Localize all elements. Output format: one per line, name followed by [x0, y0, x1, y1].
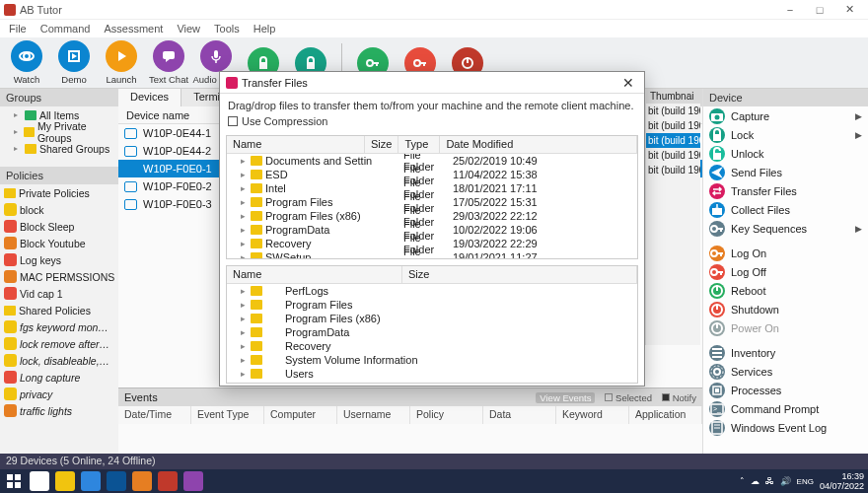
- tray-cloud-icon[interactable]: ☁: [751, 476, 760, 486]
- device-action-services[interactable]: Services: [703, 362, 868, 381]
- thumbnail-row[interactable]: bit (build 190: [646, 163, 700, 177]
- menu-command[interactable]: Command: [35, 23, 97, 35]
- thumbnail-row[interactable]: bit (build 190: [646, 148, 700, 163]
- device-action-send-files[interactable]: Send Files: [703, 163, 868, 181]
- col-type[interactable]: Type: [398, 136, 440, 153]
- menu-help[interactable]: Help: [248, 23, 282, 35]
- file-row[interactable]: ▸Windows: [227, 381, 637, 383]
- device-action-log-on[interactable]: Log On: [703, 244, 868, 262]
- group-item[interactable]: ▸My Private Groups: [0, 123, 118, 140]
- policy-item[interactable]: traffic lights: [0, 402, 118, 419]
- events-col[interactable]: Keyword: [556, 406, 629, 424]
- device-action-lock[interactable]: Lock▶: [703, 125, 868, 144]
- dialog-title-bar[interactable]: Transfer Files ✕: [220, 72, 644, 94]
- taskbar-app-opera[interactable]: [158, 471, 178, 491]
- col-date[interactable]: Date Modified: [440, 136, 637, 153]
- file-row[interactable]: ▸Recovery: [227, 339, 637, 353]
- taskbar-app-firefox[interactable]: [132, 471, 152, 491]
- taskbar-clock[interactable]: 16:39 04/07/2022: [820, 471, 864, 491]
- events-col[interactable]: Application: [629, 406, 702, 424]
- device-action-inventory[interactable]: Inventory: [703, 343, 868, 362]
- use-compression-checkbox[interactable]: Use Compression: [228, 115, 636, 127]
- toolbar-textchat-button[interactable]: Text Chat: [148, 40, 189, 85]
- policy-item[interactable]: Log keys: [0, 251, 118, 268]
- notify-toggle[interactable]: Notify: [662, 392, 696, 403]
- menu-view[interactable]: View: [171, 23, 206, 35]
- device-action-windows-event-log[interactable]: Windows Event Log: [703, 418, 868, 437]
- device-action-transfer-files[interactable]: Transfer Files: [703, 181, 868, 200]
- policy-item[interactable]: fgs keyword mon…: [0, 318, 118, 335]
- taskbar-app-outlook[interactable]: [107, 471, 126, 491]
- tab-devices[interactable]: Devices: [118, 89, 181, 106]
- policy-item[interactable]: MAC PERMSSIONS: [0, 268, 118, 285]
- device-action-shutdown[interactable]: Shutdown: [703, 300, 868, 318]
- tray-volume-icon[interactable]: 🔊: [780, 476, 791, 486]
- device-action-key-sequences[interactable]: Key Sequences▶: [703, 219, 868, 238]
- device-action-log-off[interactable]: Log Off: [703, 262, 868, 281]
- private-policies-header[interactable]: Private Policies: [0, 184, 118, 201]
- file-row[interactable]: ▸ProgramData: [227, 325, 637, 339]
- shared-policies-header[interactable]: Shared Policies: [0, 302, 118, 318]
- device-action-command-prompt[interactable]: >_Command Prompt: [703, 399, 868, 418]
- policy-item[interactable]: block: [0, 201, 118, 218]
- device-action-collect-files[interactable]: Collect Files: [703, 200, 868, 219]
- col-name[interactable]: Name: [227, 266, 402, 283]
- policy-item[interactable]: Block Youtube: [0, 235, 118, 251]
- events-col[interactable]: Data: [483, 406, 556, 424]
- policy-item[interactable]: Long capture: [0, 369, 118, 386]
- device-action-capture[interactable]: Capture▶: [703, 106, 868, 125]
- events-col[interactable]: Policy: [410, 406, 483, 424]
- dialog-close-button[interactable]: ✕: [618, 75, 638, 91]
- menu-assessment[interactable]: Assessment: [98, 23, 169, 35]
- file-row[interactable]: ▸Program Files (x86): [227, 312, 637, 325]
- policy-item[interactable]: privacy: [0, 386, 118, 402]
- svg-point-44: [711, 366, 723, 378]
- thumbnail-row[interactable]: bit (build 190: [646, 118, 700, 133]
- taskbar-app-search[interactable]: [30, 471, 49, 491]
- start-button[interactable]: [4, 471, 24, 491]
- policy-item[interactable]: Vid cap 1: [0, 285, 118, 302]
- events-col[interactable]: Computer: [264, 406, 337, 424]
- taskbar-app-explorer[interactable]: [55, 471, 75, 491]
- svg-point-25: [711, 226, 717, 232]
- toolbar-watch-button[interactable]: Watch: [6, 40, 47, 85]
- chat-icon: [153, 40, 184, 72]
- device-action-processes[interactable]: Processes: [703, 381, 868, 399]
- policy-item[interactable]: lock, disableable,…: [0, 352, 118, 369]
- thumbnail-row[interactable]: bit (build 190: [646, 104, 700, 118]
- file-row[interactable]: ▸SWSetupFile Folder19/01/2021 11:27: [227, 250, 637, 258]
- minimize-button[interactable]: −: [775, 1, 805, 19]
- col-size[interactable]: Size: [402, 266, 637, 283]
- policy-item[interactable]: lock remove after…: [0, 335, 118, 352]
- col-name[interactable]: Name: [227, 136, 365, 153]
- taskbar-app-edge[interactable]: [81, 471, 101, 491]
- toolbar-demo-button[interactable]: Demo: [53, 40, 95, 85]
- tray-chevron-up-icon[interactable]: ˄: [740, 476, 745, 486]
- col-size[interactable]: Size: [365, 136, 398, 153]
- remote-file-list[interactable]: ▸Documents and SettingsFile Folder25/02/…: [227, 154, 637, 258]
- device-action-unlock[interactable]: Unlock: [703, 144, 868, 163]
- taskbar-app-abtutor[interactable]: [183, 471, 203, 491]
- toolbar-launch-button[interactable]: Launch: [101, 40, 142, 85]
- events-col[interactable]: Event Type: [191, 406, 264, 424]
- policy-item[interactable]: Block Sleep: [0, 218, 118, 235]
- events-col[interactable]: Username: [337, 406, 410, 424]
- file-row[interactable]: ▸Users: [227, 367, 637, 381]
- group-item[interactable]: ▸Shared Groups: [0, 140, 118, 157]
- tray-lang-icon[interactable]: ENG: [797, 477, 814, 486]
- close-button[interactable]: ✕: [834, 1, 864, 19]
- thumbnail-row[interactable]: bit (build 190: [646, 133, 700, 148]
- folder-icon: [251, 225, 262, 235]
- tray-network-icon[interactable]: 🖧: [765, 476, 774, 486]
- menu-file[interactable]: File: [3, 23, 33, 35]
- device-action-reboot[interactable]: Reboot: [703, 281, 868, 300]
- local-file-list[interactable]: ▸PerfLogs▸Program Files▸Program Files (x…: [227, 284, 637, 383]
- maximize-button[interactable]: □: [805, 1, 834, 19]
- file-row[interactable]: ▸System Volume Information: [227, 353, 637, 367]
- events-col[interactable]: Date/Time: [118, 406, 191, 424]
- menu-tools[interactable]: Tools: [208, 23, 246, 35]
- file-row[interactable]: ▸PerfLogs: [227, 284, 637, 298]
- view-events-button[interactable]: View Events: [536, 392, 595, 403]
- file-row[interactable]: ▸Program Files: [227, 298, 637, 312]
- selected-toggle[interactable]: Selected: [605, 392, 652, 403]
